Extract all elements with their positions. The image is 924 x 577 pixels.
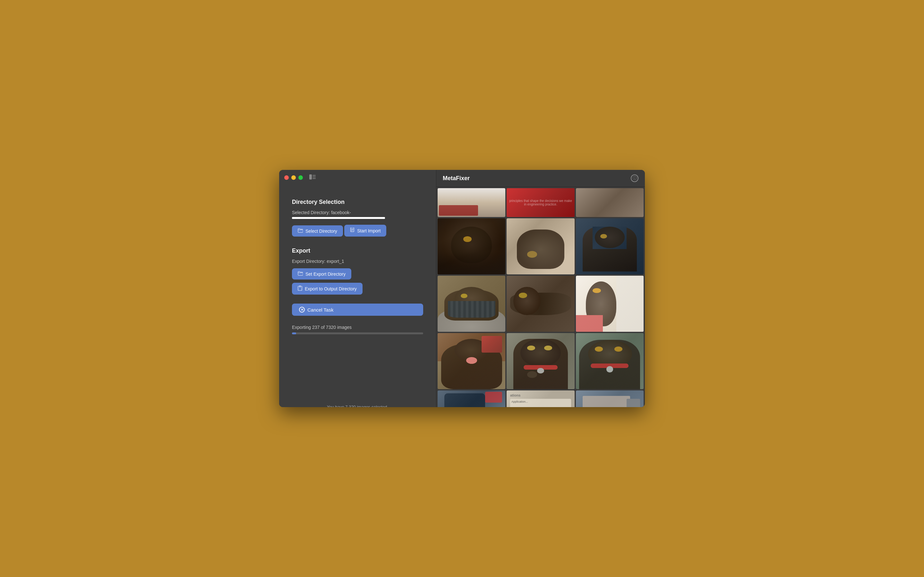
image-cell[interactable]: ations Application... — [507, 390, 574, 407]
app-window: Directory Selection Selected Directory: … — [279, 170, 645, 407]
progress-bar-fill — [292, 332, 296, 334]
selected-dir-label: Selected Directory: facebook- — [292, 210, 423, 215]
image-cell[interactable] — [507, 218, 574, 274]
images-selected-label: You have 7,320 images selected. — [292, 398, 423, 407]
directory-section: Directory Selection Selected Directory: … — [292, 199, 423, 240]
main-content: Directory Selection Selected Directory: … — [279, 170, 645, 407]
sidebar-toggle-icon[interactable] — [309, 174, 316, 181]
import-icon — [350, 227, 355, 234]
progress-bar-background — [292, 332, 423, 334]
image-cell[interactable] — [438, 390, 505, 407]
svg-rect-1 — [312, 175, 316, 176]
image-cell[interactable] — [507, 276, 574, 332]
svg-rect-0 — [309, 174, 312, 179]
minimize-button[interactable] — [291, 175, 296, 180]
export-section-title: Export — [292, 247, 423, 254]
export-output-button[interactable]: Export to Output Directory — [292, 283, 363, 295]
svg-rect-2 — [312, 177, 316, 177]
image-cell[interactable] — [576, 276, 644, 332]
sidebar: Directory Selection Selected Directory: … — [279, 170, 436, 407]
image-cell[interactable] — [576, 390, 644, 407]
image-cell[interactable] — [438, 333, 505, 389]
image-cell[interactable] — [438, 218, 505, 274]
right-panel: MetaFixer ⓘ principles that shape the de… — [436, 170, 645, 407]
cancel-task-button[interactable]: ✕ Cancel Task — [292, 303, 423, 316]
svg-rect-3 — [312, 178, 316, 179]
close-button[interactable] — [284, 175, 289, 180]
image-cell[interactable] — [576, 218, 644, 274]
app-title: MetaFixer — [443, 175, 470, 182]
info-icon[interactable]: ⓘ — [631, 174, 638, 182]
right-header: MetaFixer ⓘ — [436, 170, 645, 187]
directory-section-title: Directory Selection — [292, 199, 423, 205]
export-section: Export Export Directory: export_1 Set Ex… — [292, 247, 423, 298]
cancel-icon: ✕ — [299, 307, 305, 313]
start-import-button[interactable]: Start Import — [344, 225, 386, 237]
progress-label: Exporting 237 of 7320 images — [292, 325, 423, 330]
image-cell[interactable] — [507, 333, 574, 389]
progress-section: Exporting 237 of 7320 images — [292, 325, 423, 334]
select-directory-label: Select Directory — [305, 229, 337, 234]
image-cell[interactable] — [438, 276, 505, 332]
select-directory-button[interactable]: Select Directory — [292, 226, 343, 237]
export-icon — [298, 285, 302, 292]
folder-icon — [298, 228, 303, 234]
export-output-label: Export to Output Directory — [305, 286, 357, 292]
set-export-dir-button[interactable]: Set Export Directory — [292, 268, 351, 279]
export-folder-icon — [298, 271, 303, 277]
image-cell[interactable] — [576, 188, 644, 217]
maximize-button[interactable] — [298, 175, 303, 180]
start-import-label: Start Import — [357, 228, 381, 234]
image-cell[interactable] — [438, 188, 505, 217]
traffic-lights — [284, 175, 303, 180]
set-export-dir-label: Set Export Directory — [305, 271, 346, 277]
image-cell[interactable]: principles that shape the decisions we m… — [507, 188, 574, 217]
export-dir-label: Export Directory: export_1 — [292, 259, 423, 264]
image-cell[interactable] — [576, 333, 644, 389]
selected-dir-bar — [292, 217, 385, 219]
cancel-task-label: Cancel Task — [307, 307, 333, 313]
image-grid: principles that shape the decisions we m… — [436, 187, 645, 407]
